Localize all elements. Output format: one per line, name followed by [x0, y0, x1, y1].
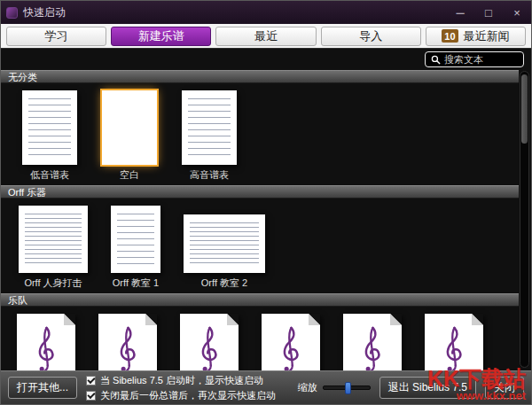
scrollbar-thumb[interactable] [521, 74, 528, 144]
template-orff-body-percussion[interactable]: Orff 人身打击 [19, 206, 88, 290]
band-template-1[interactable] [17, 314, 75, 370]
app-icon [6, 7, 18, 19]
window-controls: ─ □ × [446, 1, 531, 24]
search-icon [431, 55, 441, 65]
template-thumbnail [262, 314, 320, 370]
tab-recent[interactable]: 最近 [215, 27, 316, 46]
zoom-label: 缩放 [298, 381, 317, 394]
tab-latest-news[interactable]: 10 最近新闻 [426, 27, 526, 46]
titlebar[interactable]: 快速启动 ─ □ × [1, 1, 531, 24]
section-header-uncategorized: 无分类 [1, 70, 519, 83]
tab-label: 导入 [359, 28, 382, 44]
close-button[interactable]: 关闭 [485, 377, 524, 399]
startup-options: 当 Sibelius 7.5 启动时，显示快速启动 关闭最后一份总谱后，再次显示… [86, 374, 276, 402]
template-orff-classroom-1[interactable]: Orff 教室 1 [111, 206, 160, 290]
template-thumbnail [22, 90, 77, 165]
treble-clef-icon [278, 325, 304, 370]
zoom-slider-thumb[interactable] [345, 382, 351, 394]
tab-label: 新建乐谱 [138, 28, 184, 44]
template-thumbnail-selected [102, 90, 157, 165]
band-template-3[interactable] [180, 314, 239, 370]
tab-import[interactable]: 导入 [321, 27, 421, 46]
template-label: Orff 教室 2 [201, 276, 247, 290]
band-template-6[interactable] [425, 314, 483, 370]
tab-label: 学习 [45, 28, 68, 44]
maximize-button[interactable]: □ [474, 1, 503, 24]
scrollbar[interactable] [520, 71, 529, 368]
open-other-button[interactable]: 打开其他... [8, 377, 77, 399]
treble-clef-icon [441, 325, 467, 370]
template-label: Orff 人身打击 [24, 276, 82, 290]
template-treble-staff[interactable]: 高音谱表 [182, 90, 237, 182]
zoom-slider[interactable] [323, 386, 371, 390]
startup-checkbox-row[interactable]: 当 Sibelius 7.5 启动时，显示快速启动 [86, 374, 276, 387]
tab-learn[interactable]: 学习 [6, 27, 106, 46]
template-thumbnail [98, 314, 157, 370]
tab-new-score[interactable]: 新建乐谱 [111, 27, 211, 46]
template-label: Orff 教室 1 [113, 276, 159, 290]
window-title: 快速启动 [23, 5, 66, 20]
template-orff-classroom-2[interactable]: Orff 教室 2 [184, 214, 265, 290]
orff-row: Orff 人身打击 Orff 教室 1 Orff 教室 2 [1, 199, 519, 293]
treble-clef-icon [33, 325, 59, 370]
minimize-button[interactable]: ─ [446, 1, 474, 24]
treble-clef-icon [114, 325, 141, 370]
footer-bar: 打开其他... 当 Sibelius 7.5 启动时，显示快速启动 关闭最后一份… [1, 370, 531, 404]
search-box[interactable] [425, 51, 524, 67]
band-template-4[interactable] [262, 314, 320, 370]
zoom-control: 缩放 [298, 381, 371, 394]
tab-label: 最近 [254, 28, 278, 44]
template-thumbnail [19, 206, 88, 273]
band-template-2[interactable] [98, 314, 157, 370]
treble-clef-icon [359, 325, 386, 370]
template-label: 低音谱表 [30, 168, 69, 182]
template-thumbnail [184, 214, 265, 273]
template-thumbnail [425, 314, 483, 370]
quick-start-window: 快速启动 ─ □ × 学习 新建乐谱 最近 导入 10 最近新闻 [0, 0, 532, 405]
template-thumbnail [182, 90, 237, 165]
reopen-checkbox-row[interactable]: 关闭最后一份总谱后，再次显示快速启动 [86, 389, 276, 402]
template-blank[interactable]: 空白 [102, 90, 157, 182]
template-thumbnail [343, 314, 402, 370]
close-window-button[interactable]: × [503, 1, 531, 24]
template-bass-staff[interactable]: 低音谱表 [22, 90, 77, 182]
template-thumbnail [180, 314, 239, 370]
checkbox-label: 当 Sibelius 7.5 启动时，显示快速启动 [100, 374, 263, 387]
section-header-orff: Orff 乐器 [1, 185, 519, 199]
news-count-badge: 10 [442, 29, 458, 43]
content-area: 无分类 低音谱表 空白 高音谱表 Orff 乐器 [1, 49, 531, 370]
template-label: 高音谱表 [190, 168, 229, 182]
uncategorized-row: 低音谱表 空白 高音谱表 [1, 83, 519, 185]
template-thumbnail [17, 314, 75, 370]
search-row [1, 49, 531, 70]
quit-button[interactable]: 退出 Sibelius 7.5 [379, 377, 476, 399]
template-label: 空白 [120, 168, 139, 182]
band-row [1, 307, 519, 370]
template-thumbnail [111, 206, 160, 273]
section-header-band: 乐队 [1, 293, 519, 307]
checkbox-label: 关闭最后一份总谱后，再次显示快速启动 [100, 389, 276, 402]
checkbox-checked-icon[interactable] [86, 376, 96, 386]
checkbox-checked-icon[interactable] [86, 391, 96, 401]
search-input[interactable] [444, 54, 518, 65]
template-list: 无分类 低音谱表 空白 高音谱表 Orff 乐器 [1, 70, 519, 370]
band-template-5[interactable] [343, 314, 402, 370]
treble-clef-icon [196, 325, 223, 370]
tab-label: 最近新闻 [464, 28, 510, 44]
tab-bar: 学习 新建乐谱 最近 导入 10 最近新闻 [1, 24, 531, 49]
